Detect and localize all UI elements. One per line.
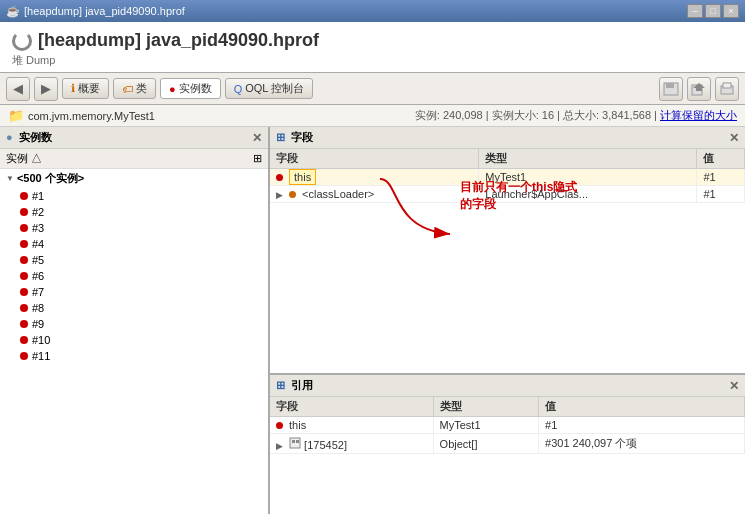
table-row[interactable]: this MyTest1 #1 [270,169,745,186]
action-btn-1[interactable] [659,77,683,101]
close-button[interactable]: × [723,4,739,18]
info-icon: ℹ [71,82,75,95]
instance-dot [20,208,28,216]
refs-panel-header: ⊞ 引用 ✕ [270,375,745,397]
ref-dot [276,422,283,429]
instance-stats: 实例: 240,098 | 实例大小: 16 | 总大小: 3,841,568 … [415,109,657,121]
type-cell: MyTest1 [479,169,697,186]
instance-label: #2 [32,206,44,218]
field-cell: this [270,169,479,186]
list-item[interactable]: #2 [0,204,268,220]
action-btn-3[interactable] [715,77,739,101]
instance-label: #6 [32,270,44,282]
minimize-button[interactable]: – [687,4,703,18]
forward-icon: ▶ [41,81,51,96]
refs-icon: ⊞ [276,379,285,391]
instance-label: #9 [32,318,44,330]
overview-button[interactable]: ℹ 概要 [62,78,109,99]
list-item[interactable]: #7 [0,284,268,300]
class-name: com.jvm.memory.MyTest1 [28,110,155,122]
window-controls: – □ × [687,4,739,18]
refresh-icon [12,31,32,51]
back-icon: ◀ [13,81,23,96]
expand-arrow-icon: ▶ [276,190,283,200]
refs-table-area: 字段 类型 值 [270,397,745,514]
ref-field-cell: ▶ [175452] [270,434,433,454]
type-col-header: 类型 [479,149,697,169]
ref-type-cell: MyTest1 [433,417,538,434]
left-panel-subheader: 实例 △ ⊞ [0,149,268,169]
instance-label: #10 [32,334,50,346]
expand-icon: ▼ [6,174,14,183]
instance-label: #3 [32,222,44,234]
list-item[interactable]: #10 [0,332,268,348]
table-row[interactable]: this MyTest1 #1 [270,417,745,434]
fields-icon: ⊞ [276,131,285,143]
field-this-highlight: this [289,169,316,185]
list-item[interactable]: #8 [0,300,268,316]
list-item[interactable]: #11 [0,348,268,364]
type-cell: Launcher$AppClas... [479,186,697,203]
maximize-button[interactable]: □ [705,4,721,18]
left-panel-title: 实例数 [19,131,52,143]
ref-type-cell: Object[] [433,434,538,454]
list-item[interactable]: #6 [0,268,268,284]
instance-label: #4 [32,238,44,250]
list-item[interactable]: #1 [0,188,268,204]
field-dot [276,174,283,181]
list-item[interactable]: #5 [0,252,268,268]
list-item[interactable]: #4 [0,236,268,252]
instance-label: #11 [32,350,50,362]
array-icon [289,437,301,449]
instances-button[interactable]: ● 实例数 [160,78,221,99]
info-bar: 📁 com.jvm.memory.MyTest1 实例: 240,098 | 实… [0,105,745,127]
svg-rect-9 [296,440,299,443]
svg-rect-1 [666,83,674,88]
oql-icon: Q [234,83,243,95]
main-area: ● 实例数 ✕ 实例 △ ⊞ ▼ <500 个实例> #1 #2 [0,127,745,514]
instance-group[interactable]: ▼ <500 个实例> [0,169,268,188]
instance-dot [20,224,28,232]
classes-button[interactable]: 🏷 类 [113,78,156,99]
instance-label: #7 [32,286,44,298]
action-btn-2[interactable] [687,77,711,101]
right-panel: ⊞ 字段 ✕ 字段 类型 [270,127,745,514]
instance-list[interactable]: ▼ <500 个实例> #1 #2 #3 #4 #5 [0,169,268,514]
value-cell: #1 [697,169,745,186]
back-button[interactable]: ◀ [6,77,30,101]
refs-panel-title: 引用 [291,379,313,391]
oql-button[interactable]: Q OQL 控制台 [225,78,313,99]
instances-icon: ● [169,83,176,95]
fields-panel: ⊞ 字段 ✕ 字段 类型 [270,127,745,375]
instance-dot [20,288,28,296]
sort-icon: ⊞ [253,152,262,165]
instance-dot [20,192,28,200]
left-panel: ● 实例数 ✕ 实例 △ ⊞ ▼ <500 个实例> #1 #2 [0,127,270,514]
instance-dot [20,320,28,328]
value-cell: #1 [697,186,745,203]
toolbar: ◀ ▶ ℹ 概要 🏷 类 ● 实例数 Q OQL 控制台 [0,73,745,105]
table-row[interactable]: ▶ <classLoader> Launcher$AppClas... #1 [270,186,745,203]
instance-label: #5 [32,254,44,266]
app-title-area: [heapdump] java_pid49090.hprof [12,30,733,51]
list-item[interactable]: #3 [0,220,268,236]
forward-button[interactable]: ▶ [34,77,58,101]
field-col-header: 字段 [270,149,479,169]
left-panel-close[interactable]: ✕ [252,131,262,145]
ref-value-cell: #1 [539,417,745,434]
app-header: [heapdump] java_pid49090.hprof 堆 Dump [0,22,745,73]
left-panel-header: ● 实例数 ✕ [0,127,268,149]
instance-label: #8 [32,302,44,314]
refs-panel-close[interactable]: ✕ [729,379,739,393]
info-bar-left: 📁 com.jvm.memory.MyTest1 [8,108,155,123]
table-row[interactable]: ▶ [175452] Object[] #301 240,097 个项 [270,434,745,454]
classloader-dot [289,191,296,198]
list-item[interactable]: #9 [0,316,268,332]
calculate-retained-link[interactable]: 计算保留的大小 [660,109,737,121]
fields-panel-close[interactable]: ✕ [729,131,739,145]
svg-rect-5 [723,83,731,88]
app-subtitle: 堆 Dump [12,53,733,68]
instance-dot [20,352,28,360]
title-bar: ☕ [heapdump] java_pid49090.hprof – □ × [0,0,745,22]
field-cell: ▶ <classLoader> [270,186,479,203]
